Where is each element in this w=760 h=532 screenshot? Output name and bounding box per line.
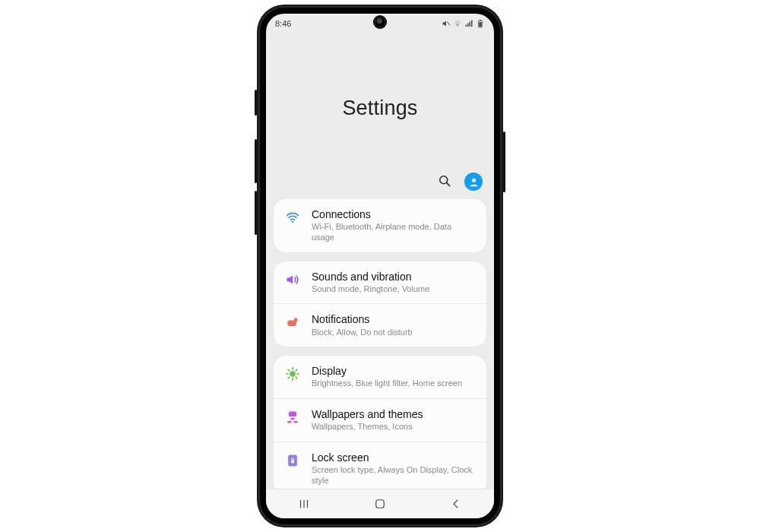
row-subtitle: Sound mode, Ringtone, Volume (312, 284, 476, 295)
account-icon (464, 173, 483, 191)
notification-icon (284, 313, 301, 330)
front-camera (375, 17, 385, 27)
settings-row-sounds[interactable]: Sounds and vibration Sound mode, Rington… (274, 261, 486, 304)
nav-back-button[interactable] (441, 494, 471, 514)
row-title: Lock screen (312, 451, 476, 464)
svg-line-20 (288, 369, 290, 371)
volume-icon (284, 271, 301, 287)
svg-rect-3 (467, 24, 469, 27)
svg-rect-27 (294, 421, 298, 423)
svg-rect-26 (287, 421, 291, 423)
nav-home-button[interactable] (365, 494, 395, 514)
row-subtitle: Screen lock type, Always On Display, Clo… (312, 465, 476, 486)
settings-row-display[interactable]: Display Brightness, Blue light filter, H… (274, 356, 486, 398)
svg-rect-33 (376, 500, 385, 508)
svg-rect-2 (466, 25, 467, 27)
row-title: Sounds and vibration (312, 271, 476, 283)
row-subtitle: Brightness, Blue light filter, Home scre… (312, 378, 476, 389)
lock-icon (284, 451, 301, 468)
row-subtitle: Block, Allow, Do not disturb (312, 328, 476, 338)
wifi-weak-icon (453, 19, 462, 28)
wifi-icon (284, 208, 301, 225)
mute-icon (442, 19, 451, 28)
row-subtitle: Wi-Fi, Bluetooth, Airplane mode, Data us… (312, 222, 476, 243)
row-title: Notifications (312, 313, 476, 325)
page-title: Settings (342, 97, 417, 120)
signal-icon (464, 19, 473, 28)
search-button[interactable] (435, 172, 454, 192)
row-title: Display (312, 365, 476, 377)
svg-point-11 (472, 178, 476, 182)
row-title: Wallpapers and themes (312, 408, 476, 420)
svg-line-22 (288, 377, 290, 378)
settings-header: Settings (266, 33, 494, 199)
svg-line-23 (296, 369, 297, 371)
settings-list[interactable]: Connections Wi-Fi, Bluetooth, Airplane m… (266, 199, 494, 489)
nav-bar (266, 489, 494, 518)
svg-point-12 (292, 221, 293, 223)
svg-line-0 (448, 22, 451, 26)
settings-row-connections[interactable]: Connections Wi-Fi, Bluetooth, Airplane m… (274, 199, 486, 252)
display-icon (284, 365, 301, 382)
battery-icon (476, 19, 485, 28)
search-icon (437, 173, 452, 191)
svg-point-15 (290, 372, 296, 378)
svg-line-21 (296, 377, 297, 378)
settings-group: Sounds and vibration Sound mode, Rington… (274, 261, 486, 347)
settings-row-lockscreen[interactable]: Lock screen Screen lock type, Always On … (274, 442, 486, 489)
svg-rect-5 (471, 21, 473, 27)
account-button[interactable] (464, 172, 483, 192)
status-time: 8:46 (275, 19, 291, 28)
svg-rect-7 (480, 20, 481, 21)
settings-row-wallpapers[interactable]: Wallpapers and themes Wallpapers, Themes… (274, 398, 486, 442)
row-title: Connections (312, 208, 476, 220)
svg-rect-29 (291, 460, 294, 463)
svg-line-10 (447, 182, 450, 185)
svg-point-14 (294, 318, 298, 322)
settings-row-notifications[interactable]: Notifications Block, Allow, Do not distu… (274, 303, 486, 347)
row-subtitle: Wallpapers, Themes, Icons (312, 422, 476, 432)
settings-group: Connections Wi-Fi, Bluetooth, Airplane m… (274, 199, 486, 252)
screen: 8:46 Setting (266, 14, 494, 518)
svg-rect-24 (289, 412, 296, 417)
settings-group: Display Brightness, Blue light filter, H… (274, 356, 486, 489)
nav-recents-button[interactable] (289, 494, 319, 514)
phone-frame: 8:46 Setting (258, 6, 502, 526)
wallpaper-icon (284, 408, 301, 425)
svg-rect-8 (479, 22, 482, 27)
svg-rect-25 (291, 418, 295, 420)
svg-rect-4 (470, 22, 471, 27)
svg-point-1 (457, 25, 458, 26)
